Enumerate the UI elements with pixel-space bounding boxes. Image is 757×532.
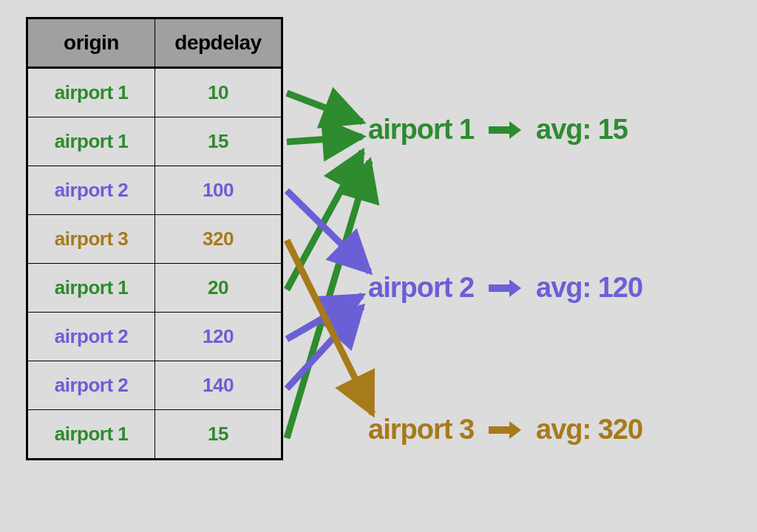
cell-origin: airport 1 <box>28 69 155 117</box>
cell-origin: airport 2 <box>28 166 155 214</box>
source-table: origin depdelay airport 1 10 airport 1 1… <box>26 17 283 460</box>
arrow-to-group1 <box>287 93 362 122</box>
arrow-to-group1 <box>287 151 362 290</box>
cell-depdelay: 120 <box>155 313 281 361</box>
cell-depdelay: 10 <box>155 69 281 117</box>
cell-origin: airport 1 <box>28 117 155 166</box>
table-row: airport 2 100 <box>28 166 281 214</box>
cell-origin: airport 3 <box>28 215 155 263</box>
cell-origin: airport 1 <box>28 410 155 458</box>
result-group2: airport 2 avg: 120 <box>368 272 642 304</box>
arrow-to-group3 <box>287 240 373 414</box>
result-label: airport 1 <box>368 114 474 146</box>
cell-depdelay: 20 <box>155 264 281 312</box>
table-row: airport 1 15 <box>28 117 281 166</box>
arrow-to-group2 <box>287 307 362 389</box>
cell-origin: airport 1 <box>28 264 155 312</box>
cell-depdelay: 140 <box>155 361 281 409</box>
table-row: airport 1 20 <box>28 263 281 312</box>
result-label: airport 3 <box>368 414 474 446</box>
cell-depdelay: 15 <box>155 410 281 458</box>
arrow-right-icon <box>487 420 523 440</box>
cell-origin: airport 2 <box>28 313 155 361</box>
result-avg: avg: 15 <box>536 114 628 146</box>
arrow-to-group1 <box>287 161 370 438</box>
result-avg: avg: 320 <box>536 414 642 446</box>
cell-origin: airport 2 <box>28 361 155 409</box>
arrow-right-icon <box>487 120 523 140</box>
table-row: airport 2 120 <box>28 312 281 361</box>
table-row: airport 1 10 <box>28 68 281 117</box>
table-row: airport 3 320 <box>28 214 281 263</box>
arrow-to-group1 <box>287 137 362 142</box>
table-header-row: origin depdelay <box>28 19 281 68</box>
result-group1: airport 1 avg: 15 <box>368 114 628 146</box>
table-row: airport 1 15 <box>28 409 281 458</box>
table-row: airport 2 140 <box>28 361 281 409</box>
arrow-right-icon <box>487 278 523 299</box>
cell-depdelay: 15 <box>155 117 281 166</box>
col-header-origin: origin <box>28 19 155 66</box>
cell-depdelay: 320 <box>155 215 281 263</box>
result-avg: avg: 120 <box>536 272 642 304</box>
col-header-depdelay: depdelay <box>155 19 281 66</box>
arrow-to-group2 <box>287 296 362 339</box>
result-label: airport 2 <box>368 272 474 304</box>
arrow-to-group2 <box>287 191 370 272</box>
result-group3: airport 3 avg: 320 <box>368 414 642 446</box>
cell-depdelay: 100 <box>155 166 281 214</box>
